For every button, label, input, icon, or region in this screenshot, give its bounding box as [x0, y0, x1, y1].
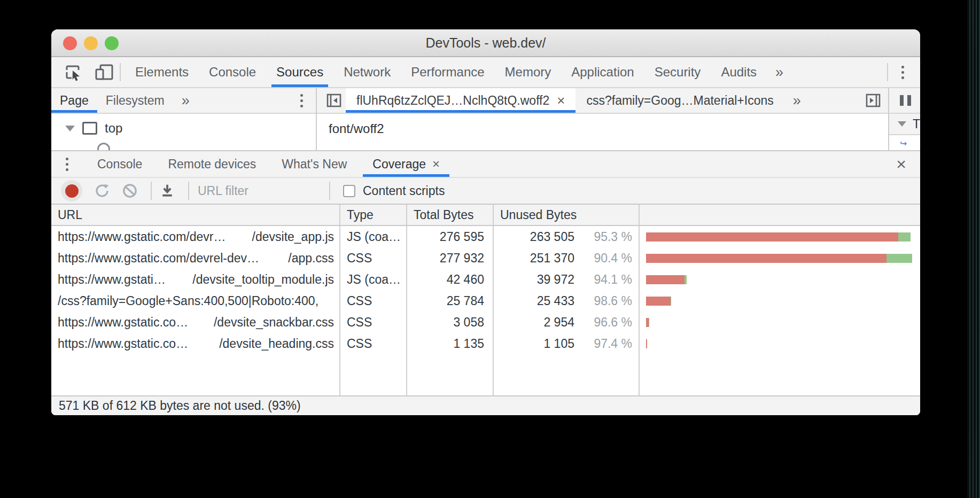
- navigator-tab-list: Page Filesystem: [51, 88, 173, 113]
- traffic-lights: [63, 36, 119, 50]
- drawer-tab[interactable]: Remote devices: [155, 151, 269, 177]
- drawer-tab[interactable]: What's New: [269, 151, 360, 177]
- unused-percent-value: 90.4 %: [574, 251, 632, 266]
- panel-tab[interactable]: Security: [644, 57, 711, 87]
- url-head: https://www.gstati…: [58, 273, 166, 287]
- show-debugger-sidebar-icon[interactable]: [861, 89, 885, 112]
- panel-tab-label: Console: [209, 65, 256, 80]
- column-header-unused-bytes[interactable]: Unused Bytes: [494, 205, 640, 225]
- unused-bytes-value: 1 105: [543, 337, 574, 351]
- content-scripts-checkbox[interactable]: [343, 185, 355, 197]
- type-cell: JS (coa…: [340, 226, 407, 247]
- drawer-tab[interactable]: Coverage ×: [360, 151, 453, 177]
- panel-tab[interactable]: Audits: [711, 57, 767, 87]
- globe-icon: [97, 143, 110, 150]
- unused-percent-value: 96.6 %: [574, 315, 632, 330]
- devtools-window: DevTools - web.dev/: [51, 29, 920, 415]
- mime-type-text: font/woff2: [329, 121, 384, 136]
- file-tabs-more-icon[interactable]: »: [784, 88, 810, 113]
- minimize-window-button[interactable]: [84, 36, 98, 50]
- unused-bytes-cell: 25 433 98.6 %: [494, 290, 640, 312]
- reload-icon[interactable]: [91, 180, 113, 202]
- stop-recording-button[interactable]: [61, 180, 82, 201]
- total-bytes-cell: 3 058: [407, 312, 494, 333]
- usage-bar-cell: [640, 290, 920, 312]
- panel-tab-label: Elements: [135, 65, 189, 80]
- panel-tab[interactable]: Memory: [495, 57, 562, 87]
- panel-tab[interactable]: Performance: [401, 57, 494, 87]
- export-download-icon[interactable]: [156, 180, 178, 202]
- close-tab-icon[interactable]: ×: [557, 92, 565, 109]
- panel-tab[interactable]: Elements: [125, 57, 199, 87]
- type-cell: CSS: [340, 247, 407, 269]
- table-empty-area: [51, 354, 920, 395]
- url-head: https://www.gstatic.co…: [58, 337, 188, 351]
- clear-icon[interactable]: [119, 180, 141, 202]
- coverage-status-bar: 571 KB of 612 KB bytes are not used. (93…: [51, 395, 920, 415]
- inspect-element-icon[interactable]: [61, 60, 84, 84]
- drawer: Console Remote devices What's New Covera…: [51, 150, 920, 415]
- bar-used: [886, 254, 912, 263]
- toolbar-divider: [120, 63, 121, 81]
- column-header-total-bytes[interactable]: Total Bytes: [407, 205, 494, 225]
- panel-tab[interactable]: Console: [199, 57, 266, 87]
- close-window-button[interactable]: [63, 36, 77, 50]
- navigator-tab-label: Page: [60, 94, 89, 108]
- table-row[interactable]: /css?family=Google+Sans:400,500|Roboto:4…: [51, 290, 920, 312]
- usage-bar: [646, 275, 687, 284]
- unused-percent-value: 98.6 %: [574, 294, 632, 308]
- unused-bytes-cell: 39 972 94.1 %: [494, 269, 640, 290]
- section-collapse-icon[interactable]: [898, 121, 906, 127]
- panel-tab[interactable]: Sources: [266, 57, 333, 87]
- bar-unused: [646, 254, 886, 263]
- unused-bytes-cell: 1 105 97.4 %: [494, 333, 640, 354]
- tree-item-top[interactable]: top: [51, 118, 316, 138]
- usage-bar: [646, 254, 912, 263]
- close-drawer-icon[interactable]: ×: [896, 151, 920, 177]
- panel-tab[interactable]: Application: [561, 57, 644, 87]
- table-row[interactable]: https://www.gstatic.com/devr… /devsite_a…: [51, 226, 920, 247]
- panel-tab[interactable]: Network: [333, 57, 401, 87]
- device-toolbar-icon[interactable]: [92, 60, 115, 84]
- pause-script-icon[interactable]: [889, 88, 920, 114]
- unused-bytes-value: 251 370: [530, 251, 574, 266]
- column-header-url[interactable]: URL: [51, 205, 340, 225]
- column-header-type[interactable]: Type: [340, 205, 407, 225]
- close-coverage-tab-icon[interactable]: ×: [432, 157, 440, 172]
- expand-arrow-icon[interactable]: [65, 126, 75, 131]
- table-row[interactable]: https://www.gstatic.co… /devsite_heading…: [51, 333, 920, 354]
- unused-bytes-cell: 2 954 96.6 %: [494, 312, 640, 333]
- navigator-tab[interactable]: Filesystem: [97, 88, 173, 113]
- main-menu-kebab-icon[interactable]: [892, 62, 913, 82]
- navigator-tab[interactable]: Page: [51, 88, 97, 113]
- drawer-tab[interactable]: Console: [84, 151, 155, 177]
- drawer-menu-kebab-icon[interactable]: [57, 154, 77, 174]
- file-tab-label: flUhRq6tzZclQEJ…NclhQ8tQ.woff2: [356, 94, 549, 108]
- url-head: https://www.gstatic.co…: [58, 315, 188, 330]
- url-cell: https://www.gstatic.com/devrel-dev… /app…: [51, 247, 340, 269]
- url-cell: https://www.gstati… /devsite_tooltip_mod…: [51, 269, 340, 290]
- table-row[interactable]: https://www.gstati… /devsite_tooltip_mod…: [51, 269, 920, 290]
- zoom-window-button[interactable]: [105, 36, 119, 50]
- navigator-pane: Page Filesystem » top: [51, 88, 317, 150]
- url-filter-input[interactable]: [198, 184, 325, 198]
- navigator-more-tabs-icon[interactable]: »: [173, 88, 198, 113]
- toolbar-left-icons: [51, 57, 115, 87]
- table-row[interactable]: https://www.gstatic.co… /devsite_snackba…: [51, 312, 920, 333]
- more-tabs-icon[interactable]: »: [767, 57, 792, 87]
- navigator-menu-kebab-icon[interactable]: [291, 90, 312, 111]
- total-bytes-cell: 276 595: [407, 226, 494, 247]
- url-tail: /app.css: [288, 251, 334, 266]
- panel-tabs: Elements Console Sources Network Perform…: [125, 57, 767, 87]
- file-tab[interactable]: flUhRq6tzZclQEJ…NclhQ8tQ.woff2 ×: [346, 88, 575, 113]
- usage-bar-cell: [640, 269, 920, 290]
- type-cell: CSS: [340, 333, 407, 354]
- window-title: DevTools - web.dev/: [425, 35, 546, 51]
- hide-navigator-icon[interactable]: [322, 89, 346, 112]
- threads-section-header[interactable]: Th: [889, 114, 920, 135]
- threads-section-label: Th: [913, 117, 920, 131]
- table-row[interactable]: https://www.gstatic.com/devrel-dev… /app…: [51, 247, 920, 269]
- editor-content[interactable]: font/woff2: [317, 114, 888, 150]
- file-tab[interactable]: css?family=Goog…Material+Icons: [575, 88, 784, 113]
- coverage-summary-text: 571 KB of 612 KB bytes are not used. (93…: [59, 399, 301, 413]
